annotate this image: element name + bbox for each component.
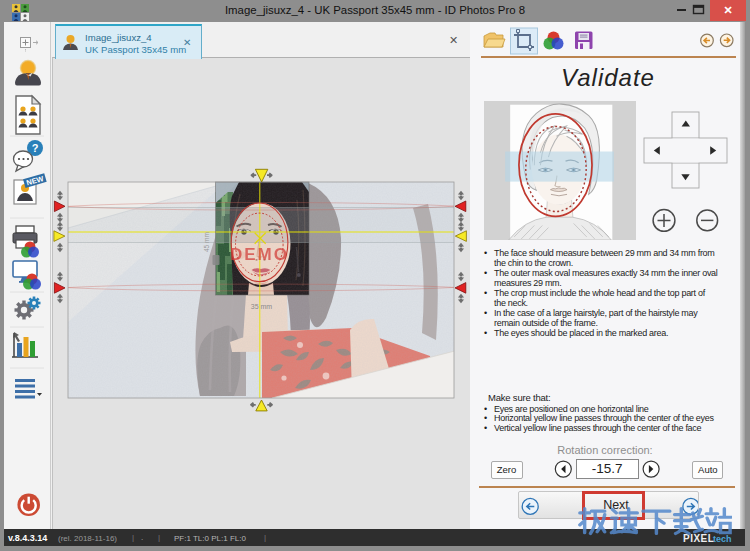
svg-text:DEMO: DEMO bbox=[230, 245, 289, 264]
svg-text:45 mm: 45 mm bbox=[203, 232, 210, 252]
svg-text:35 mm: 35 mm bbox=[251, 303, 273, 310]
svg-text:?: ? bbox=[32, 142, 39, 154]
